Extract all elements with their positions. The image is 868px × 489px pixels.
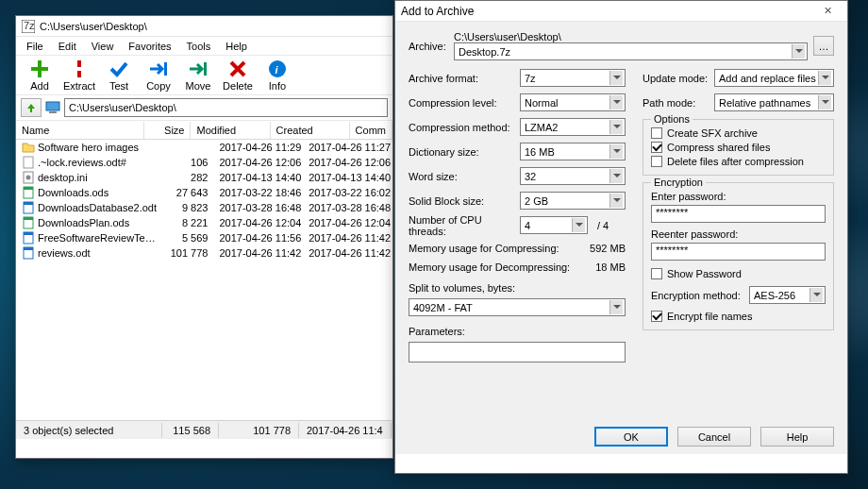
format-combo[interactable]: 7z	[520, 69, 626, 87]
memd-value: 18 MB	[595, 261, 626, 273]
archive-label: Archive:	[409, 41, 448, 52]
fm-titlebar[interactable]: 7z C:\Users\user\Desktop\	[16, 16, 392, 37]
file-row[interactable]: Downloads.ods27 6432017-03-22 18:462017-…	[16, 185, 392, 200]
file-row[interactable]: .~lock.reviews.odt#1062017-04-26 12:0620…	[16, 155, 392, 170]
svg-rect-18	[24, 202, 33, 205]
level-combo[interactable]: Normal	[520, 93, 626, 111]
encryption-group: Encryption Enter password: ******** Reen…	[643, 182, 834, 330]
path-combo[interactable]: Relative pathnames	[714, 93, 834, 111]
menu-tools[interactable]: Tools	[180, 39, 218, 54]
dlg-title: Add to Archive	[401, 5, 813, 18]
method-combo[interactable]: LZMA2	[520, 118, 626, 136]
svg-rect-22	[24, 232, 33, 235]
extract-button[interactable]: Extract	[59, 59, 99, 92]
password-confirm-input[interactable]: ********	[651, 243, 826, 261]
memc-value: 592 MB	[590, 243, 626, 254]
file-list-header: Name Size Modified Created Comm	[16, 121, 392, 140]
computer-icon	[45, 100, 60, 115]
svg-rect-16	[24, 187, 33, 190]
svg-rect-24	[24, 247, 33, 250]
col-created[interactable]: Created	[271, 122, 350, 139]
7zip-file-manager-window: 7z C:\Users\user\Desktop\ File Edit View…	[15, 15, 393, 459]
address-input[interactable]: C:\Users\user\Desktop\	[64, 98, 388, 117]
sblock-combo[interactable]: 2 GB	[520, 192, 626, 210]
update-combo[interactable]: Add and replace files	[714, 69, 834, 87]
copy-button[interactable]: Copy	[139, 59, 178, 92]
delete-after-checkbox[interactable]: Delete files after compression	[651, 156, 826, 167]
svg-rect-3	[31, 67, 48, 71]
encrypt-names-checkbox[interactable]: Encrypt file names	[651, 311, 826, 322]
level-label: Compression level:	[409, 97, 520, 109]
menu-favorites[interactable]: Favorites	[122, 39, 177, 54]
archive-name-combo[interactable]: Desktop.7z	[454, 42, 808, 60]
svg-rect-12	[24, 157, 33, 168]
split-combo[interactable]: 4092M - FAT	[409, 298, 626, 316]
svg-rect-7	[204, 62, 207, 76]
memc-label: Memory usage for Compressing:	[409, 243, 559, 254]
sfx-checkbox[interactable]: Create SFX archive	[651, 127, 826, 139]
encmethod-label: Encryption method:	[651, 290, 749, 301]
dlg-titlebar[interactable]: Add to Archive ✕	[395, 1, 847, 22]
svg-rect-10	[46, 102, 59, 110]
col-modified[interactable]: Modified	[191, 122, 270, 139]
status-size1: 115 568	[162, 423, 219, 438]
arrow-up-icon	[25, 102, 37, 113]
archive-path: C:\Users\user\Desktop\	[454, 31, 808, 42]
file-row[interactable]: DownloadsDatabase2.odt9 8232017-03-28 16…	[16, 200, 392, 215]
password-input[interactable]: ********	[651, 205, 826, 223]
method-label: Compression method:	[409, 122, 520, 133]
show-password-checkbox[interactable]: Show Password	[651, 268, 826, 279]
ok-button[interactable]: OK	[594, 427, 668, 447]
shared-checkbox[interactable]: Compress shared files	[651, 142, 826, 153]
app-icon: 7z	[22, 20, 35, 33]
options-group: Options Create SFX archive Compress shar…	[643, 119, 834, 176]
move-button[interactable]: Move	[178, 59, 218, 92]
test-button[interactable]: Test	[99, 59, 139, 92]
memd-label: Memory usage for Decompressing:	[409, 261, 570, 273]
svg-rect-5	[71, 67, 88, 71]
add-button[interactable]: Add	[20, 59, 59, 92]
format-label: Archive format:	[409, 73, 520, 84]
threads-combo[interactable]: 4	[520, 216, 588, 234]
dropdown-arrow-icon	[792, 44, 805, 59]
close-button[interactable]: ✕	[813, 2, 842, 21]
add-to-archive-dialog: Add to Archive ✕ Archive: C:\Users\user\…	[394, 0, 848, 474]
cancel-button[interactable]: Cancel	[677, 427, 751, 447]
delete-button[interactable]: Delete	[218, 59, 258, 92]
up-button[interactable]	[21, 98, 42, 117]
col-name[interactable]: Name	[16, 122, 144, 139]
dict-combo[interactable]: 16 MB	[520, 143, 626, 160]
menu-file[interactable]: File	[20, 39, 50, 54]
file-row[interactable]: Software hero images2017-04-26 11:292017…	[16, 140, 392, 155]
file-row[interactable]: DownloadsPlan.ods8 2212017-04-26 12:0420…	[16, 215, 392, 230]
menubar: File Edit View Favorites Tools Help	[16, 37, 392, 55]
update-label: Update mode:	[643, 73, 714, 84]
enter-pw-label: Enter password:	[651, 191, 826, 202]
split-label: Split to volumes, bytes:	[409, 282, 626, 294]
word-combo[interactable]: 32	[520, 167, 626, 185]
svg-rect-20	[24, 217, 33, 220]
col-size[interactable]: Size	[144, 122, 191, 139]
svg-point-14	[26, 176, 31, 180]
reenter-pw-label: Reenter password:	[651, 228, 826, 240]
col-comments[interactable]: Comm	[350, 122, 392, 139]
file-row[interactable]: reviews.odt101 7782017-04-26 11:422017-0…	[16, 245, 392, 261]
encmethod-combo[interactable]: AES-256	[749, 286, 826, 304]
options-legend: Options	[651, 113, 693, 125]
file-row[interactable]: desktop.ini2822017-04-13 14:402017-04-13…	[16, 170, 392, 185]
menu-help[interactable]: Help	[219, 39, 254, 54]
address-bar: C:\Users\user\Desktop\	[16, 95, 392, 121]
help-button[interactable]: Help	[760, 427, 834, 447]
svg-text:7z: 7z	[24, 20, 35, 31]
threads-of: / 4	[597, 220, 609, 231]
menu-view[interactable]: View	[85, 39, 121, 54]
threads-label: Number of CPU threads:	[409, 214, 520, 237]
menu-edit[interactable]: Edit	[52, 39, 83, 54]
browse-button[interactable]: …	[813, 36, 834, 56]
status-size2: 101 778	[219, 423, 299, 438]
file-row[interactable]: FreeSoftwareReviewTe…5 5692017-04-26 11:…	[16, 230, 392, 245]
status-date: 2017-04-26 11:4	[299, 423, 392, 438]
info-button[interactable]: iInfo	[258, 59, 297, 92]
params-input[interactable]	[409, 342, 626, 363]
file-list[interactable]: Software hero images2017-04-26 11:292017…	[16, 140, 392, 420]
